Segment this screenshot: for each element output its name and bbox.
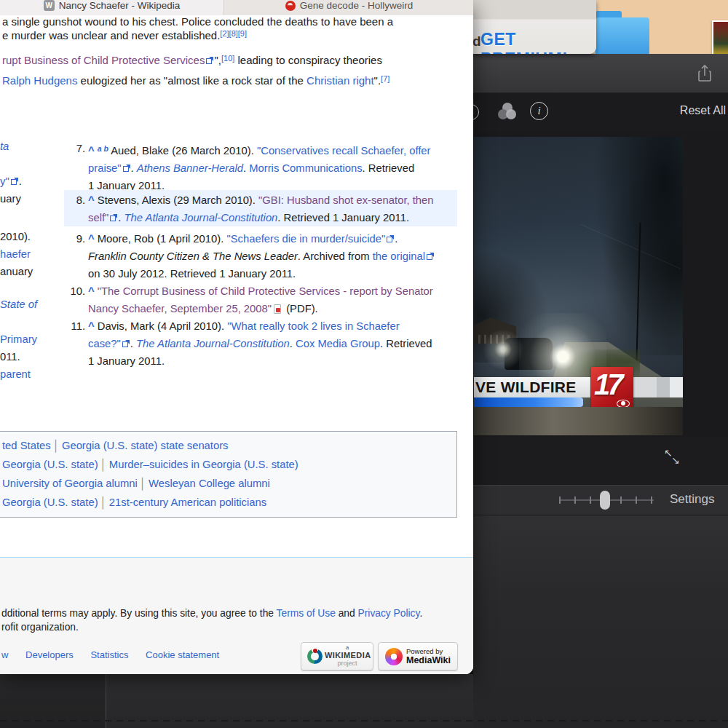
link[interactable]: ta: [0, 141, 9, 152]
wikimedia-badge[interactable]: a WIKIMEDIA project: [301, 642, 373, 670]
text-run: and: [336, 608, 358, 619]
link[interactable]: rupt Business of Child Protective Servic…: [2, 54, 205, 66]
link[interactable]: "Conservatives recall Schaefer, offer: [257, 145, 431, 157]
link[interactable]: Christian right: [306, 74, 374, 87]
text-run: Stevens, Alexis (29 March 2010).: [95, 194, 258, 206]
tab-gene-decode[interactable]: Gene decode - Hollyweird: [225, 0, 473, 15]
link[interactable]: the original: [373, 250, 425, 262]
link[interactable]: praise": [88, 162, 122, 174]
link[interactable]: [7]: [381, 74, 389, 83]
photos-app-window: i Reset All VE WILDFIRE: [473, 54, 728, 728]
link[interactable]: "GBI: Husband shot ex-senator, then: [258, 194, 434, 206]
screen: i Reset All VE WILDFIRE: [0, 0, 728, 728]
link[interactable]: parent: [0, 368, 31, 380]
settings-button[interactable]: Settings: [670, 492, 714, 507]
link[interactable]: ted States: [2, 440, 51, 451]
get-premium-button[interactable]: GET PREMIUM!: [480, 30, 596, 54]
link[interactable]: Murder–suicides in Georgia (U.S. state): [109, 459, 298, 470]
link[interactable]: The Atlanta Journal-Constitution: [136, 338, 290, 349]
link[interactable]: ^: [88, 285, 95, 297]
link[interactable]: [9]: [238, 29, 247, 38]
text-run: ".: [374, 74, 381, 87]
link[interactable]: "What really took 2 lives in Schaefer: [227, 320, 399, 332]
tab-nancy-schaefer[interactable]: W Nancy Schaefer - Wikipedia: [0, 0, 224, 15]
link[interactable]: Georgia (U.S. state): [2, 459, 98, 470]
article-line: Ralph Hudgens eulogized her as "almost l…: [2, 74, 389, 87]
text-run: .: [131, 162, 137, 174]
link[interactable]: Georgia (U.S. state) state senators: [62, 440, 229, 451]
color-adjust-icon[interactable]: [498, 103, 517, 122]
footer-link-cookie-statement[interactable]: Cookie statement: [146, 649, 219, 660]
link[interactable]: State of: [0, 298, 37, 310]
link[interactable]: Primary: [0, 333, 37, 345]
link[interactable]: self": [88, 212, 108, 223]
footer-link-developers[interactable]: Developers: [25, 649, 74, 660]
link[interactable]: University of Georgia alumni: [2, 478, 138, 489]
ref-fragment: parent: [0, 368, 31, 380]
text-run: e murder was unclear and never establish…: [2, 29, 220, 41]
wikimedia-logo-icon: [307, 649, 323, 664]
link[interactable]: 21st-century American politicians: [109, 496, 266, 508]
info-icon[interactable]: i: [530, 102, 548, 120]
link[interactable]: ^: [88, 320, 95, 332]
ref-fragment: uary: [0, 193, 21, 205]
wikimedia-badge-sub: project: [325, 660, 370, 667]
reference-7: 7. ^ a b Aued, Blake (26 March 2010). "C…: [64, 138, 457, 194]
adjustment-slider[interactable]: [559, 499, 654, 501]
link[interactable]: Wesleyan College alumni: [149, 478, 270, 489]
red-swirl-favicon: [285, 1, 296, 11]
link[interactable]: "Schaefers die in murder/suicide": [226, 233, 385, 245]
link[interactable]: Privacy Policy: [358, 608, 420, 619]
link[interactable]: Morris Communications: [249, 162, 362, 174]
link[interactable]: [8]: [229, 29, 238, 38]
reference-9: 9. ^ Moore, Rob (1 April 2010). "Schaefe…: [64, 229, 457, 282]
link[interactable]: Athens Banner-Herald: [137, 162, 243, 174]
photos-toolbar: [473, 54, 728, 93]
link[interactable]: y": [0, 175, 9, 187]
expand-icon[interactable]: ↖ ↘: [664, 448, 683, 469]
news-banner-bluebar: [474, 397, 583, 407]
share-icon[interactable]: [697, 64, 713, 83]
photos-adjust-bar: i Reset All: [473, 93, 728, 131]
text-run: anuary: [0, 266, 33, 277]
night-road-photo[interactable]: VE WILDFIRE 17: [474, 137, 683, 435]
footer-link-statistics[interactable]: Statistics: [90, 649, 128, 660]
text-run: .: [118, 212, 124, 223]
slider-thumb[interactable]: [600, 491, 610, 510]
link[interactable]: ^: [88, 194, 95, 206]
external-link-icon: [427, 254, 432, 260]
text-run: │: [98, 459, 109, 470]
link[interactable]: ^: [88, 233, 95, 245]
page-footer: dditional terms may apply. By using this…: [0, 557, 473, 674]
footer-link-mobile-view[interactable]: w: [1, 649, 8, 660]
text-run: . Archived from: [298, 250, 373, 262]
link[interactable]: Georgia (U.S. state): [2, 496, 98, 508]
premium-banner-window[interactable]: d GET PREMIUM!: [470, 0, 596, 54]
clipped-tool-icon[interactable]: [473, 104, 479, 120]
reset-all-button[interactable]: Reset All: [680, 104, 726, 117]
link[interactable]: Terms of Use: [277, 608, 336, 619]
link[interactable]: haefer: [0, 248, 31, 260]
ref-fragment: ta: [0, 141, 9, 152]
tab-title: Gene decode - Hollyweird: [300, 0, 413, 11]
link[interactable]: ^: [88, 145, 98, 157]
text-run: . Retrieved 1 January 2011.: [277, 212, 409, 223]
link[interactable]: Ralph Hudgens: [2, 74, 77, 87]
desktop-image-thumbnail[interactable]: [712, 20, 728, 57]
external-link-icon: [122, 341, 128, 347]
link[interactable]: Cox Media Group: [296, 338, 380, 349]
link[interactable]: The Atlanta Journal-Constitution: [124, 212, 278, 223]
category-line: ted States│Georgia (U.S. state) state se…: [2, 440, 229, 451]
text-run: uary: [0, 193, 21, 205]
text-run: │: [51, 440, 62, 451]
link[interactable]: "The Corrupt Business of Child Protectiv…: [98, 285, 433, 297]
link[interactable]: Nancy Schaefer, September 25, 2008": [88, 303, 272, 314]
mediawiki-badge[interactable]: Powered by MediaWiki: [378, 642, 458, 670]
folder-icon[interactable]: [596, 17, 649, 55]
link[interactable]: case?": [88, 338, 121, 349]
link[interactable]: a b: [98, 144, 108, 153]
news-banner-right: [633, 377, 683, 397]
link[interactable]: [10]: [221, 54, 234, 63]
category-line: Georgia (U.S. state)│Murder–suicides in …: [2, 459, 298, 470]
link[interactable]: [2]: [220, 29, 229, 38]
